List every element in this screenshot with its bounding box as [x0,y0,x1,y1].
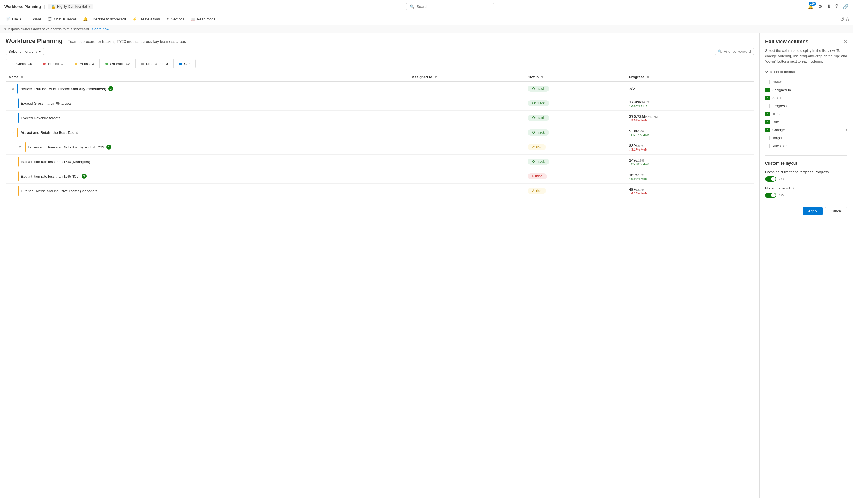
share-now-link[interactable]: Share now. [92,27,110,31]
table-header-row: Name ∨ Assigned to ∨ Status ∨ Progress ∨ [5,73,754,82]
share-button[interactable]: ↑ Share [25,16,44,22]
column-item[interactable]: Milestone [765,142,848,150]
share-icon-btn[interactable]: 🔗 [842,4,849,10]
progress-target: /15% [637,159,644,162]
top-bar-left: Workforce Planning | 🔒 Highly Confidenti… [4,4,93,10]
column-item[interactable]: Assigned to [765,86,848,94]
comment-badge[interactable]: 1 [106,145,111,149]
notstarted-dot [141,62,144,65]
column-info-icon[interactable]: ℹ [846,128,848,132]
chat-in-teams-button[interactable]: 💬 Chat in Teams [45,16,79,22]
filter-box[interactable]: 🔍 Filter by keyword [715,48,754,55]
col-assigned-to[interactable]: Assigned to ∨ [409,73,525,82]
goal-name-cell: »Attract and Retain the Best Talent [9,127,405,138]
table-row[interactable]: »deliver 1700 hours of service annually … [5,82,754,96]
search-box[interactable]: 🔍 [406,3,494,10]
column-checkbox[interactable] [765,136,769,140]
assigned-to-cell [409,169,525,184]
column-checkbox[interactable] [765,120,769,124]
table-row[interactable]: Exceed Gross margin % targetsOn track17.… [5,96,754,111]
status-cell: At risk [524,184,626,198]
read-mode-button[interactable]: 📖 Read mode [188,16,218,22]
comment-badge[interactable]: 2 [82,174,87,179]
star-icon-btn[interactable]: ☆ [845,16,850,22]
pill-behind[interactable]: Behind 2 [37,59,69,68]
help-icon-btn[interactable]: ? [835,4,838,10]
column-label: Name [772,80,848,84]
collapse-button[interactable]: » [11,86,15,91]
col-progress[interactable]: Progress ∨ [626,73,754,82]
goal-name-cell: ∨Increase full time staff % to 85% by en… [9,142,405,152]
col-name[interactable]: Name ∨ [5,73,409,82]
pill-atrisk[interactable]: At risk 3 [69,59,100,68]
status-sort-icon: ∨ [541,75,544,79]
goal-name: Increase full time staff % to 85% by end… [28,145,104,149]
column-checkbox[interactable] [765,80,769,84]
search-input[interactable] [416,4,491,9]
color-stripe [18,98,19,108]
collapse-button[interactable]: » [11,130,15,135]
progress-change: ↓ 9.51% MoM [629,119,750,122]
confidential-label[interactable]: 🔒 Highly Confidential ▾ [49,4,93,10]
column-checkbox[interactable] [765,96,769,100]
collapse-button[interactable]: ∨ [18,145,22,149]
pill-atrisk-label: At risk [79,62,90,66]
create-flow-button[interactable]: ⚡ Create a flow [130,16,163,22]
pill-atrisk-count: 3 [92,62,94,66]
panel-title: Edit view columns [765,39,808,44]
assigned-to-cell [409,82,525,96]
pill-goals[interactable]: ✓ Goals 15 [6,59,37,68]
goal-name: Hire for Diverse and Inclusive Teams (Ma… [21,189,99,193]
pill-ontrack[interactable]: On track 10 [100,59,136,68]
progress-change: ↑ 35.78% MoM [629,162,750,166]
customize-title: Customize layout [765,161,848,165]
column-label: Change [772,128,843,132]
column-item[interactable]: Progress [765,102,848,110]
status-cell: On track [524,111,626,125]
progress-cell: 2/2 [626,82,754,96]
comment-badge[interactable]: 2 [108,86,113,91]
reset-to-default-button[interactable]: ↺ Reset to default [765,70,848,74]
column-item[interactable]: Changeℹ [765,126,848,134]
column-checkbox[interactable] [765,112,769,116]
subscribe-button[interactable]: 🔔 Subscribe to scorecard [81,16,129,22]
combine-toggle[interactable] [765,176,776,182]
table-row[interactable]: »Attract and Retain the Best TalentOn tr… [5,125,754,140]
table-row[interactable]: Exceed Revenue targetsOn track$70.72M/$6… [5,111,754,125]
status-cell: On track [524,155,626,169]
notifications-button[interactable]: 🔔 119 [807,4,814,10]
apply-button[interactable]: Apply [803,207,823,215]
hscroll-toggle-row: On [765,193,848,198]
book-icon: 📖 [191,17,195,21]
col-status[interactable]: Status ∨ [524,73,626,82]
hscroll-toggle[interactable] [765,193,776,198]
pill-notstarted[interactable]: Not started 0 [136,59,174,68]
pill-completed[interactable]: Cor [174,59,195,68]
settings-icon-btn[interactable]: ⚙ [818,4,822,10]
column-label: Status [772,96,848,100]
file-button[interactable]: 📄 File ▾ [3,16,24,22]
scorecard-subtitle: Team scorecard for tracking FY23 metrics… [68,39,186,44]
settings-button[interactable]: ⚙ Settings [164,16,187,22]
table-row[interactable]: Bad attrition rate less than 15% (ICs)2B… [5,169,754,184]
top-bar-icons: 🔔 119 ⚙ ⬇ ? 🔗 [807,4,849,10]
column-item[interactable]: Trend [765,110,848,118]
hierarchy-select[interactable]: Select a hierarchy ▾ [5,48,44,55]
filter-placeholder: Filter by keyword [724,49,751,53]
refresh-icon-btn[interactable]: ↺ [840,16,844,22]
cancel-button[interactable]: Cancel [825,207,848,215]
column-checkbox[interactable] [765,104,769,108]
table-row[interactable]: ∨Increase full time staff % to 85% by en… [5,140,754,155]
table-row[interactable]: Bad attrition rate less than 15% (Manage… [5,155,754,169]
column-checkbox[interactable] [765,144,769,148]
column-item[interactable]: Name [765,78,848,86]
close-icon[interactable]: ✕ [843,39,848,44]
column-item[interactable]: Due [765,118,848,126]
column-checkbox[interactable] [765,88,769,92]
column-item[interactable]: Target [765,134,848,142]
column-checkbox[interactable] [765,128,769,132]
pill-goals-label: Goals [16,62,25,66]
download-icon-btn[interactable]: ⬇ [827,4,831,10]
column-item[interactable]: Status [765,94,848,102]
table-row[interactable]: Hire for Diverse and Inclusive Teams (Ma… [5,184,754,198]
